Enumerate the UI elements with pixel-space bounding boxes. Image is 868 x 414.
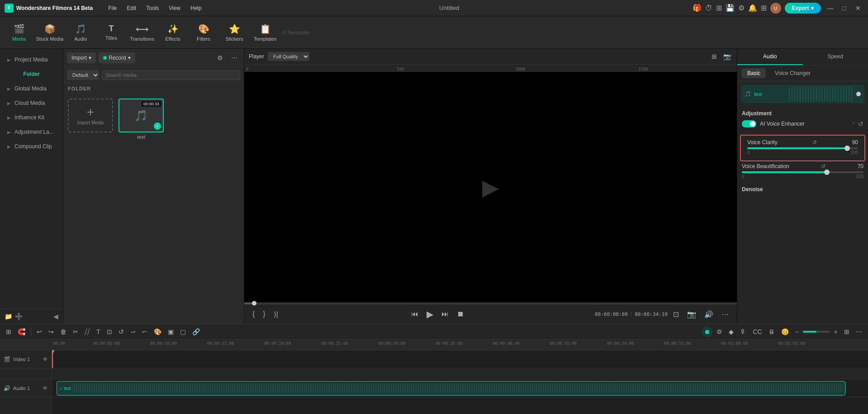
sidebar-item-project-media[interactable]: ▶ Project Media — [2, 53, 61, 66]
quality-select[interactable]: Full Quality — [268, 52, 309, 61]
toolbar-transitions[interactable]: ⟷ Transitions — [128, 19, 157, 46]
zoom-in-btn[interactable]: + — [832, 327, 840, 337]
emoji-btn[interactable]: 😊 — [779, 327, 791, 337]
group-btn[interactable]: ▣ — [166, 327, 176, 337]
toolbar-effects[interactable]: ✨ Effects — [158, 19, 187, 46]
fast-forward-button[interactable]: ⏭ — [439, 309, 451, 320]
player-progress-bar[interactable] — [244, 302, 737, 304]
stop-button[interactable]: ⏹ — [454, 309, 467, 320]
minimize-button[interactable]: — — [825, 4, 836, 13]
back-btn[interactable]: ⤺ — [140, 327, 150, 337]
more-button[interactable]: ⋯ — [228, 53, 240, 63]
waveform-handle[interactable] — [856, 92, 861, 96]
voice-beautification-track[interactable] — [742, 171, 863, 173]
toolbar-templates[interactable]: 📋 Templates — [251, 19, 280, 46]
ai-voice-enhancer-toggle[interactable] — [742, 120, 756, 127]
sidebar-item-cloud-media[interactable]: ▶ Cloud Media — [2, 96, 61, 110]
play-button[interactable]: ▶ — [424, 307, 436, 321]
voice-beautification-reset[interactable]: ↺ — [821, 163, 825, 169]
collapse-icon[interactable]: ◀ — [53, 313, 58, 320]
sidebar-item-compound-clip[interactable]: ▶ Compound Clip — [2, 140, 61, 153]
crop-btn[interactable]: ⊡ — [104, 327, 114, 337]
user-avatar[interactable]: U — [770, 3, 781, 14]
help-icon[interactable]: ? — [852, 122, 854, 127]
sub-tab-voice-changer[interactable]: Voice Changer — [769, 68, 816, 78]
add-icon[interactable]: ➕ — [15, 313, 23, 320]
menu-tools[interactable]: Tools — [142, 3, 163, 13]
close-button[interactable]: ✕ — [853, 4, 863, 13]
import-placeholder[interactable]: + Import Media — [68, 99, 113, 132]
audio-clip-test[interactable]: ♪ test — [57, 381, 845, 395]
sidebar-item-adjustment[interactable]: ▶ Adjustment La... — [2, 125, 61, 139]
rewind-button[interactable]: ⏮ — [408, 309, 421, 320]
timeline-ruler-main[interactable]: 00:00 00:00:05:00 00:00:10:00 00:00:15:0… — [52, 339, 868, 350]
layout-icon[interactable]: ⊞ — [716, 4, 722, 12]
save-icon[interactable]: 💾 — [726, 4, 735, 12]
voice-beautification-handle[interactable] — [824, 169, 830, 175]
zoom-slider[interactable] — [803, 331, 830, 333]
sub-tab-basic[interactable]: Basic — [742, 68, 766, 78]
caption-btn[interactable]: CC — [750, 327, 764, 337]
ungroup-btn[interactable]: ▢ — [178, 327, 188, 337]
multi-track-btn[interactable]: ⊞ — [4, 327, 14, 337]
tab-speed[interactable]: Speed — [803, 49, 868, 65]
sidebar-item-global-media[interactable]: ▶ Global Media — [2, 82, 61, 95]
voice-clarity-handle[interactable] — [844, 146, 850, 151]
filter-button[interactable]: ⚙ — [214, 53, 226, 63]
camera-button[interactable]: 📷 — [684, 309, 699, 320]
import-button[interactable]: Import ▾ — [67, 52, 96, 63]
grid-view-button[interactable]: ⊞ — [710, 52, 718, 61]
text-btn[interactable]: T — [94, 327, 103, 337]
sidebar-item-folder[interactable]: Folder — [2, 67, 61, 81]
notification-icon[interactable]: 🔔 — [748, 4, 757, 12]
search-input[interactable] — [102, 70, 240, 80]
menu-edit[interactable]: Edit — [123, 3, 141, 13]
zoom-out-btn[interactable]: − — [793, 327, 801, 337]
delete-btn[interactable]: 🗑 — [58, 327, 69, 337]
menu-file[interactable]: File — [104, 3, 121, 13]
tab-audio[interactable]: Audio — [737, 49, 803, 65]
export-button[interactable]: Export ▾ — [785, 3, 821, 14]
settings-timeline-btn[interactable]: ⚙ — [714, 327, 725, 337]
toolbar-titles[interactable]: T Titles — [97, 19, 126, 46]
record-button[interactable]: Record ▾ — [99, 52, 135, 63]
menu-view[interactable]: View — [164, 3, 185, 13]
toolbar-filters[interactable]: 🎨 Filters — [189, 19, 218, 46]
more-timeline-btn[interactable]: ⊞ — [842, 327, 852, 337]
undo-btn[interactable]: ↩ — [34, 327, 44, 337]
ai-reset-button[interactable]: ↺ — [858, 120, 863, 127]
mark-in-button[interactable]: { — [250, 309, 257, 320]
default-select[interactable]: Default — [67, 70, 99, 80]
toolbar-stickers[interactable]: ⭐ Stickers — [220, 19, 249, 46]
split-btn[interactable]: ⧸⧸ — [82, 326, 92, 337]
fit-view-button[interactable]: ⊡ — [670, 309, 682, 320]
media-thumb-test[interactable]: 00:00:33 🎵 ✓ — [119, 99, 164, 132]
more-player-btn[interactable]: ⋯ — [719, 309, 731, 320]
screen-btn[interactable]: 🖥 — [766, 327, 777, 337]
toolbar-audio[interactable]: 🎵 Audio — [66, 19, 95, 46]
toolbar-stock-media[interactable]: 📦 Stock Media — [35, 19, 64, 46]
audio-ctrl-button[interactable]: 🔊 — [702, 309, 716, 320]
voice-btn[interactable]: 🎙 — [738, 327, 749, 337]
cut-btn[interactable]: ✂ — [71, 327, 81, 337]
go-to-start-button[interactable]: ⟩| — [271, 309, 281, 320]
import-placeholder-item[interactable]: + Import Media — [68, 99, 113, 140]
mark-btn[interactable]: ◆ — [726, 327, 736, 337]
toolbar-media[interactable]: 🎬 Media — [5, 19, 33, 46]
sidebar-item-influence-kit[interactable]: ▶ Influence Kit — [2, 111, 61, 124]
maximize-button[interactable]: □ — [840, 4, 849, 13]
settings-icon[interactable]: ⚙ — [738, 4, 745, 12]
rotate-btn[interactable]: ↺ — [116, 327, 126, 337]
new-folder-icon[interactable]: 📁 — [5, 313, 12, 320]
player-progress-handle[interactable] — [252, 301, 256, 306]
redo-btn[interactable]: ↪ — [46, 327, 56, 337]
timer-icon[interactable]: ⏱ — [705, 4, 712, 12]
magnet-btn[interactable]: 🧲 — [15, 327, 28, 337]
audio-eye-icon[interactable]: 👁 — [43, 385, 48, 391]
forward-btn[interactable]: ⤻ — [128, 327, 138, 337]
mark-out-button[interactable]: } — [260, 309, 268, 320]
grid-icon[interactable]: ⊞ — [761, 4, 767, 12]
extra-btn[interactable]: ⋯ — [854, 327, 864, 337]
voice-clarity-track[interactable] — [747, 147, 858, 149]
snapshot-button[interactable]: 📷 — [722, 52, 732, 61]
